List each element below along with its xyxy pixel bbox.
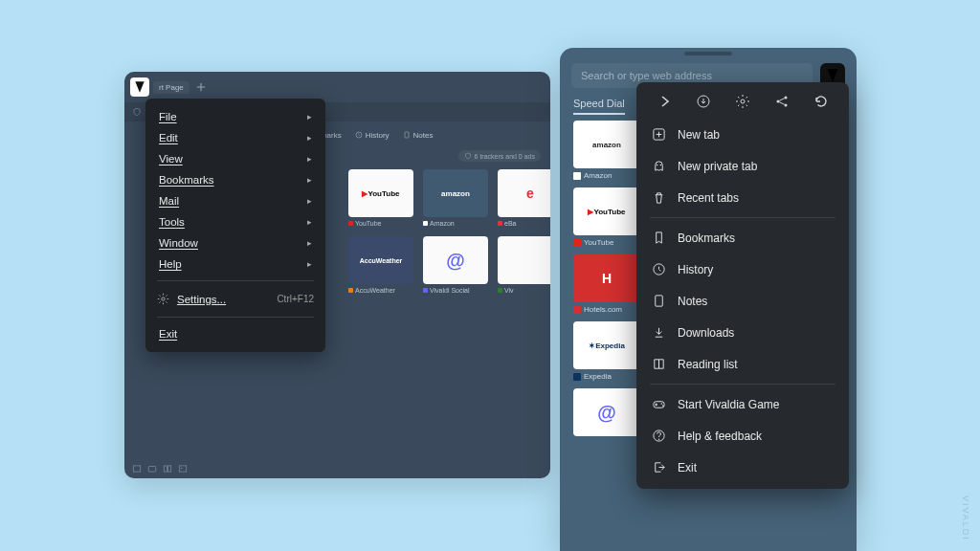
help-icon	[652, 429, 666, 443]
menu-view[interactable]: View	[145, 148, 325, 169]
gear-icon	[157, 293, 169, 305]
menu-bookmarks[interactable]: Bookmarks	[636, 222, 849, 253]
menu-help[interactable]: Help	[145, 253, 325, 275]
refresh-icon[interactable]	[813, 94, 829, 109]
gamepad-icon	[652, 397, 666, 411]
menu-exit[interactable]: Exit	[145, 323, 325, 344]
plus-box-icon	[652, 127, 666, 142]
menu-edit[interactable]: Edit	[145, 127, 325, 148]
image-toggle-icon[interactable]	[178, 464, 188, 474]
vivaldi-logo-icon[interactable]	[130, 77, 149, 97]
download-circle-icon[interactable]	[696, 94, 711, 109]
gear-icon[interactable]	[735, 94, 750, 109]
speaker-notch	[684, 52, 732, 55]
menu-mail[interactable]: Mail	[145, 190, 325, 211]
watermark: VIVALDI	[961, 496, 970, 541]
mobile-overflow-menu: New tab New private tab Recent tabs Book…	[636, 82, 849, 489]
menu-window[interactable]: Window	[145, 232, 325, 253]
speed-dial-tile[interactable]: eeBa	[498, 169, 550, 227]
menu-file[interactable]: File	[145, 106, 325, 127]
browser-tab[interactable]: rt Page	[153, 81, 189, 94]
svg-point-21	[181, 468, 182, 469]
svg-rect-19	[168, 466, 171, 472]
bookmark-icon	[652, 231, 666, 245]
svg-rect-17	[148, 467, 156, 473]
speed-dial-tile[interactable]: @Vivaldi Social	[423, 236, 488, 294]
capture-icon[interactable]	[147, 464, 157, 474]
menu-exit[interactable]: Exit	[636, 452, 849, 483]
menu-settings[interactable]: Settings... Ctrl+F12	[145, 287, 325, 311]
speed-dial-tile[interactable]: AccuWeatherAccuWeather	[348, 236, 413, 294]
note-icon	[652, 294, 666, 308]
nav-tab-notes[interactable]: Notes	[403, 131, 434, 140]
nav-tab-history[interactable]: History	[355, 131, 390, 140]
menu-separator	[157, 317, 314, 318]
menu-tools[interactable]: Tools	[145, 211, 325, 232]
svg-rect-20	[179, 466, 187, 472]
menu-help-feedback[interactable]: Help & feedback	[636, 420, 849, 452]
menu-downloads[interactable]: Downloads	[636, 317, 849, 348]
desktop-main-menu: File Edit View Bookmarks Mail Tools Wind…	[145, 99, 325, 352]
menu-notes[interactable]: Notes	[636, 285, 849, 317]
menu-new-tab[interactable]: New tab	[636, 119, 849, 150]
menu-new-private-tab[interactable]: New private tab	[636, 150, 849, 182]
mobile-menu-toolbar	[636, 90, 849, 119]
desktop-footer-panel	[124, 459, 550, 478]
clock-icon	[652, 262, 666, 276]
book-icon	[652, 357, 666, 371]
tiling-icon[interactable]	[163, 464, 172, 474]
menu-separator	[650, 217, 835, 218]
exit-icon	[652, 460, 666, 474]
shield-icon	[132, 107, 142, 117]
panel-toggle-icon[interactable]	[132, 464, 142, 474]
svg-rect-18	[164, 466, 167, 472]
menu-separator	[157, 280, 314, 281]
forward-icon[interactable]	[657, 94, 672, 109]
menu-history[interactable]: History	[636, 253, 849, 285]
speed-dial-tile[interactable]: ▶ YouTubeYouTube	[348, 169, 413, 227]
speed-dial-tile[interactable]: amazonAmazon	[423, 169, 488, 227]
menu-bookmarks[interactable]: Bookmarks	[145, 169, 325, 190]
new-tab-button[interactable]	[195, 81, 207, 93]
speed-dial-tile[interactable]: Viv	[498, 236, 550, 294]
download-icon	[652, 325, 666, 340]
ghost-icon	[652, 159, 666, 173]
svg-rect-16	[133, 466, 141, 472]
menu-reading-list[interactable]: Reading list	[636, 348, 849, 380]
menu-separator	[650, 384, 835, 385]
menu-shortcut: Ctrl+F12	[277, 294, 314, 304]
trash-icon	[652, 190, 666, 205]
menu-start-game[interactable]: Start Vivaldia Game	[636, 388, 849, 420]
menu-recent-tabs[interactable]: Recent tabs	[636, 182, 849, 213]
share-icon[interactable]	[774, 94, 790, 109]
